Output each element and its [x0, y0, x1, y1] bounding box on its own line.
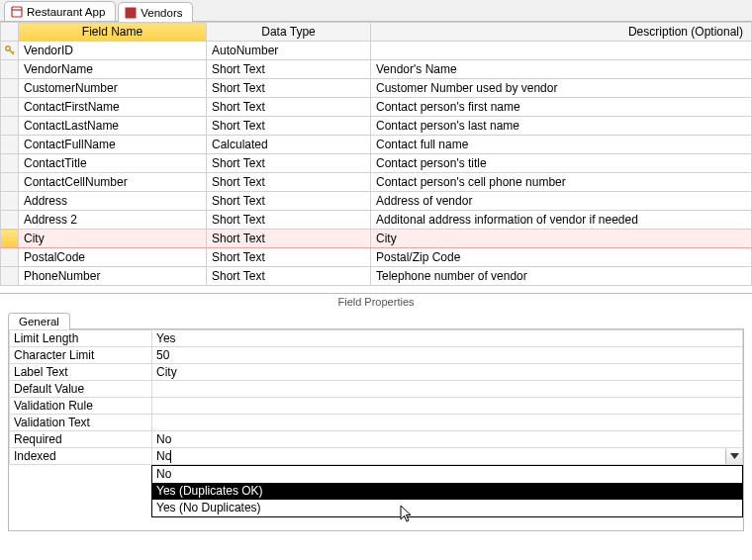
description-cell[interactable]: Contact person's first name — [371, 98, 752, 117]
property-label: Validation Text — [10, 415, 152, 431]
description-cell[interactable]: Contact person's title — [371, 154, 752, 173]
description-cell[interactable]: Additonal address information of vendor … — [371, 211, 752, 230]
data-type-cell[interactable]: Calculated — [207, 136, 371, 154]
grid-row[interactable]: AddressShort TextAddress of vendor — [1, 192, 752, 211]
field-name-cell[interactable]: Address — [19, 192, 207, 211]
field-name-cell[interactable]: ContactLastName — [19, 117, 207, 136]
grid-row[interactable]: VendorIDAutoNumber — [1, 42, 752, 60]
property-row: Label TextCity — [10, 364, 743, 381]
description-cell[interactable]: Vendor's Name — [371, 60, 752, 79]
data-type-cell[interactable]: Short Text — [207, 230, 371, 248]
property-value[interactable]: No — [152, 448, 743, 465]
primary-key-icon — [1, 42, 19, 60]
table-icon — [125, 7, 137, 19]
tab-restaurant-app[interactable]: Restaurant App — [4, 1, 116, 21]
dropdown-arrow-icon[interactable] — [725, 448, 742, 464]
data-type-cell[interactable]: AutoNumber — [207, 42, 371, 60]
property-value[interactable] — [152, 381, 743, 398]
row-selector[interactable] — [1, 136, 19, 154]
row-selector[interactable] — [1, 98, 19, 117]
description-header[interactable]: Description (Optional) — [371, 23, 752, 42]
tab-vendors[interactable]: Vendors — [118, 2, 193, 22]
property-value[interactable] — [152, 398, 743, 415]
field-name-cell[interactable]: ContactFirstName — [19, 98, 207, 117]
field-name-cell[interactable]: ContactTitle — [19, 154, 207, 173]
tab-label: Restaurant App — [27, 6, 105, 18]
tab-label: Vendors — [141, 7, 182, 19]
data-type-cell[interactable]: Short Text — [207, 267, 371, 286]
description-cell[interactable]: Telephone number of vendor — [371, 267, 752, 286]
property-value[interactable]: No — [152, 431, 743, 448]
description-cell[interactable]: Contact full name — [371, 136, 752, 154]
grid-row[interactable]: PostalCodeShort TextPostal/Zip Code — [1, 248, 752, 267]
property-row: Character Limit50 — [10, 347, 743, 364]
row-selector[interactable] — [1, 154, 19, 173]
dropdown-option[interactable]: No — [152, 466, 742, 483]
description-cell[interactable]: Postal/Zip Code — [371, 248, 752, 267]
field-name-cell[interactable]: City — [19, 230, 207, 248]
grid-row[interactable]: ContactFullNameCalculatedContact full na… — [1, 136, 752, 154]
data-type-cell[interactable]: Short Text — [207, 211, 371, 230]
data-type-cell[interactable]: Short Text — [207, 192, 371, 211]
svg-rect-2 — [126, 8, 136, 18]
data-type-cell[interactable]: Short Text — [207, 79, 371, 98]
property-row: RequiredNo — [10, 431, 743, 448]
data-type-cell[interactable]: Short Text — [207, 98, 371, 117]
row-selector[interactable] — [1, 267, 19, 286]
grid-row[interactable]: CustomerNumberShort TextCustomer Number … — [1, 79, 752, 98]
description-cell[interactable]: Contact person's cell phone number — [371, 173, 752, 192]
row-selector[interactable] — [1, 248, 19, 267]
grid-row[interactable]: ContactTitleShort TextContact person's t… — [1, 154, 752, 173]
grid-row[interactable]: ContactLastNameShort TextContact person'… — [1, 117, 752, 136]
data-type-cell[interactable]: Short Text — [207, 248, 371, 267]
row-selector[interactable] — [1, 211, 19, 230]
row-selector[interactable] — [1, 60, 19, 79]
field-name-header[interactable]: Field Name — [19, 23, 207, 42]
property-value[interactable]: Yes — [152, 330, 743, 347]
row-selector[interactable] — [1, 173, 19, 192]
field-name-cell[interactable]: VendorID — [19, 42, 207, 60]
property-value[interactable]: 50 — [152, 347, 743, 364]
grid-row[interactable]: ContactCellNumberShort TextContact perso… — [1, 173, 752, 192]
grid-row[interactable]: PhoneNumberShort TextTelephone number of… — [1, 267, 752, 286]
design-grid[interactable]: Field Name Data Type Description (Option… — [0, 22, 752, 294]
field-name-cell[interactable]: Address 2 — [19, 211, 207, 230]
row-selector[interactable] — [1, 230, 19, 248]
field-name-cell[interactable]: ContactCellNumber — [19, 173, 207, 192]
data-type-cell[interactable]: Short Text — [207, 173, 371, 192]
dropdown-option[interactable]: Yes (No Duplicates) — [152, 500, 742, 516]
grid-row[interactable]: CityShort TextCity — [1, 230, 752, 248]
property-row: IndexedNo — [10, 448, 743, 465]
data-type-header[interactable]: Data Type — [207, 23, 371, 42]
row-selector[interactable] — [1, 192, 19, 211]
grid-row[interactable]: ContactFirstNameShort TextContact person… — [1, 98, 752, 117]
row-selector[interactable] — [1, 79, 19, 98]
description-cell[interactable] — [371, 42, 752, 60]
property-label: Required — [10, 431, 152, 448]
field-name-cell[interactable]: VendorName — [19, 60, 207, 79]
description-cell[interactable]: Contact person's last name — [371, 117, 752, 136]
data-type-cell[interactable]: Short Text — [207, 117, 371, 136]
property-row: Validation Rule — [10, 398, 743, 415]
row-selector[interactable] — [1, 117, 19, 136]
field-name-cell[interactable]: PhoneNumber — [19, 267, 207, 286]
property-row: Default Value — [10, 381, 743, 398]
field-name-cell[interactable]: CustomerNumber — [19, 79, 207, 98]
svg-line-8 — [12, 51, 14, 53]
indexed-dropdown[interactable]: NoYes (Duplicates OK)Yes (No Duplicates) — [151, 465, 743, 517]
field-name-cell[interactable]: ContactFullName — [19, 136, 207, 154]
field-name-cell[interactable]: PostalCode — [19, 248, 207, 267]
row-selector-header[interactable] — [1, 23, 19, 42]
property-value[interactable]: City — [152, 364, 743, 381]
data-type-cell[interactable]: Short Text — [207, 154, 371, 173]
grid-row[interactable]: Address 2Short TextAdditonal address inf… — [1, 211, 752, 230]
description-cell[interactable]: City — [371, 230, 752, 248]
description-cell[interactable]: Customer Number used by vendor — [371, 79, 752, 98]
tab-general[interactable]: General — [8, 313, 70, 329]
data-type-cell[interactable]: Short Text — [207, 60, 371, 79]
property-value[interactable] — [152, 415, 743, 431]
form-icon — [11, 6, 23, 18]
dropdown-option[interactable]: Yes (Duplicates OK) — [152, 483, 742, 500]
grid-row[interactable]: VendorNameShort TextVendor's Name — [1, 60, 752, 79]
description-cell[interactable]: Address of vendor — [371, 192, 752, 211]
